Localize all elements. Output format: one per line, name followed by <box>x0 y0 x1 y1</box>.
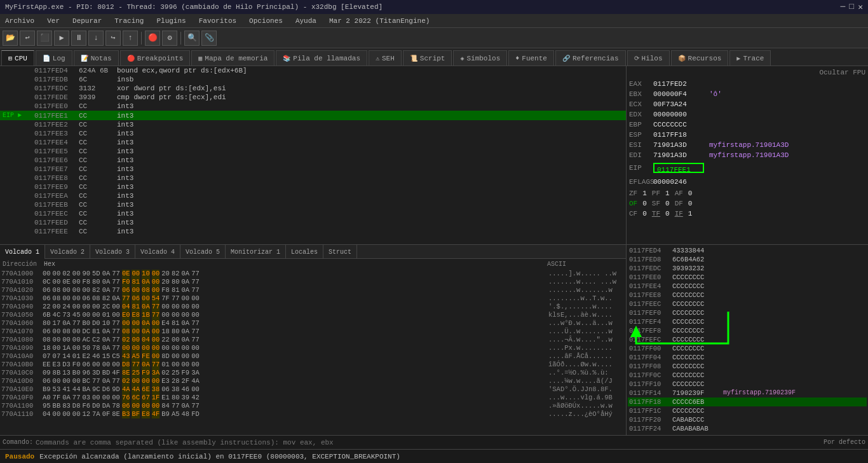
stack-row[interactable]: 0117FEF4 CCCCCCCC <box>628 317 867 326</box>
stack-row[interactable]: 0117FF08 CCCCCCCC <box>628 362 867 371</box>
dump-row[interactable]: 770A10F0 A07F0A7703000000766C671FE180394… <box>1 394 625 402</box>
stack-row[interactable]: 0117FEF8 CCCCCCCC <box>628 326 867 335</box>
dump-row[interactable]: 770A10D0 06000000BC770A7702000000E3282F4… <box>1 377 625 385</box>
stack-row[interactable]: 0117FF00 CCCCCCCC <box>628 344 867 353</box>
tab-pila-de-llamadas[interactable]: 📚Pila de llamadas <box>276 50 367 66</box>
stack-row[interactable]: 0117FF14 7190239F myfirstapp.7190239F <box>628 389 867 397</box>
disasm-row[interactable]: 0117FED4 624A 6B bound ecx,qword ptr ds:… <box>0 66 626 75</box>
stack-row[interactable]: 0117FF1C CCCCCCCC <box>628 406 867 415</box>
dump-row[interactable]: 770A1070 06000800DC810A7708000A0018800A7… <box>1 328 625 336</box>
stack-row[interactable]: 0117FF18 CCCCC6EB <box>628 397 867 406</box>
toolbar-btn-restart[interactable]: ↩ <box>20 31 35 46</box>
stack-row[interactable]: 0117FEEC CCCCCCCC <box>628 300 867 308</box>
tab-hilos[interactable]: ⟳Hilos <box>627 50 670 66</box>
toolbar-btn-close[interactable]: ⬛ <box>37 31 52 46</box>
dump-row[interactable]: 770A1000 00000200905D0A770E00100020820A7… <box>1 270 625 278</box>
disasm-row[interactable]: 0117FEE5 CC int3 <box>0 147 626 156</box>
dump-row[interactable]: 770A10E0 B9534144BA9CD69D4A4A6E380638460… <box>1 385 625 394</box>
tab-símbolos[interactable]: ◈Símbolos <box>453 50 507 66</box>
disasm-row[interactable]: 0117FEE2 CC int3 <box>0 120 626 129</box>
dump-row[interactable]: 770A1100 95BB83D8F6D0DA780600000084770A7… <box>1 402 625 410</box>
stack-row[interactable]: 0117FEE4 CCCCCCCC <box>628 282 867 291</box>
stack-row[interactable]: 0117FEE8 CCCCCCCC <box>628 291 867 300</box>
disasm-row[interactable]: 0117FEE8 CC int3 <box>0 174 626 183</box>
toolbar-btn-run[interactable]: ▶ <box>54 31 69 46</box>
disasm-row[interactable]: 0117FEED CC int3 <box>0 218 626 227</box>
tab-fuente[interactable]: ♦Fuente <box>508 50 554 66</box>
menu-item-opciones[interactable]: Opciones <box>247 16 285 26</box>
stack-row[interactable]: 0117FED8 6C6B4A62 <box>628 255 867 264</box>
stack-row[interactable]: 0117FF0C CCCCCCCC <box>628 371 867 380</box>
disasm-row[interactable]: 0117FEE4 CC int3 <box>0 138 626 147</box>
tab-cpu[interactable]: ⊞CPU <box>1 50 34 66</box>
dump-tab-locales[interactable]: Locales <box>286 245 323 259</box>
disasm-row[interactable]: 0117FEEC CC int3 <box>0 209 626 218</box>
stack-row[interactable]: 0117FEE0 CCCCCCCC <box>628 273 867 282</box>
tab-seh[interactable]: ⚠SEH <box>369 50 402 66</box>
stack-row[interactable]: 0117FF04 CCCCCCCC <box>628 353 867 362</box>
dump-tab-struct[interactable]: Struct <box>323 245 357 259</box>
tab-trace[interactable]: ▶Trace <box>729 50 771 66</box>
window-controls[interactable]: ─ □ ✕ <box>841 2 863 12</box>
stack-row[interactable]: 0117FF10 CCCCCCCC <box>628 380 867 389</box>
tab-script[interactable]: 📜Script <box>403 50 452 66</box>
disasm-row[interactable]: EIP ► 0117FEE1 CC int3 <box>0 111 626 120</box>
toolbar-btn-search[interactable]: 🔍 <box>184 31 200 46</box>
disasm-row[interactable]: 0117FEE7 CC int3 <box>0 165 626 174</box>
menu-item-favoritos[interactable]: Favoritos <box>196 16 239 26</box>
toolbar-btn-ref[interactable]: 📎 <box>201 31 217 46</box>
maximize-btn[interactable]: □ <box>849 2 854 12</box>
tab-recursos[interactable]: 📦Recursos <box>671 50 729 66</box>
stack-row[interactable]: 0117FF28 0000ABAB <box>628 433 867 435</box>
dump-tab-monitorizar-1[interactable]: Monitorizar 1 <box>226 245 286 259</box>
stack-row[interactable]: 0117FED4 43333844 <box>628 246 867 255</box>
dump-row[interactable]: 770A10B0 EEE3D3F006000000D8770A770100000… <box>1 361 625 369</box>
toolbar-btn-options[interactable]: ⚙ <box>162 31 177 46</box>
dump-row[interactable]: 770A1010 0C000E00F8800A77F0810A0020800A7… <box>1 278 625 286</box>
disasm-row[interactable]: 0117FEE6 CC int3 <box>0 156 626 165</box>
close-btn[interactable]: ✕ <box>858 2 863 12</box>
dump-tab-volcado-1[interactable]: Volcado 1 <box>0 245 45 259</box>
command-input[interactable] <box>36 439 821 446</box>
disasm-row[interactable]: 0117FEEB CC int3 <box>0 200 626 209</box>
dump-row[interactable]: 770A1060 80170A77B0D0107700000A00E4810A7… <box>1 319 625 328</box>
disasm-row[interactable]: 0117FEEE CC int3 <box>0 227 626 236</box>
menu-item-archivo[interactable]: Archivo <box>3 16 37 26</box>
tab-referencias[interactable]: 🔗Referencias <box>555 50 626 66</box>
tab-notas[interactable]: 📝Notas <box>74 50 119 66</box>
menu-item-ver[interactable]: Ver <box>44 16 62 26</box>
dump-row[interactable]: 770A10A0 07071401E24615C543A5FE008D00000… <box>1 352 625 361</box>
stack-row[interactable]: 0117FEF0 CCCCCCCC <box>628 308 867 317</box>
tab-mapa-de-memoria[interactable]: ▦Mapa de memoria <box>191 50 275 66</box>
menu-item-ayuda[interactable]: Ayuda <box>293 16 319 26</box>
toolbar-btn-open[interactable]: 📂 <box>3 31 18 46</box>
disasm-row[interactable]: 0117FEDC 3132 xor dword ptr ds:[edx],esi <box>0 84 626 93</box>
toolbar-btn-pause[interactable]: ⏸ <box>71 31 86 46</box>
dump-row[interactable]: 770A1110 04000000127A0F8EB3BFE84FB9A548F… <box>1 410 625 418</box>
stack-row[interactable]: 0117FF24 CABABABAB <box>628 424 867 433</box>
hide-fpu-button[interactable]: Ocultar FPU <box>819 69 865 76</box>
disasm-row[interactable]: 0117FEDE 3939 cmp dword ptr ds:[ecx],edi <box>0 93 626 102</box>
dump-row[interactable]: 770A10C0 098B13B0963DBD4F8E25F93A0225F93… <box>1 369 625 377</box>
disasm-row[interactable]: 0117FEE9 CC int3 <box>0 183 626 191</box>
stack-row[interactable]: 0117FEDC 39393232 <box>628 264 867 273</box>
dump-row[interactable]: 770A1080 08000000ACC20A770200040022000A7… <box>1 336 625 344</box>
dump-row[interactable]: 770A1090 18001A0050780A77000000000000000… <box>1 344 625 352</box>
disasm-row[interactable]: 0117FEEA CC int3 <box>0 191 626 200</box>
toolbar-btn-stepout[interactable]: ↑ <box>123 31 138 46</box>
toolbar-btn-stepinto[interactable]: ↓ <box>88 31 104 46</box>
dump-row[interactable]: 770A1040 2200240000002C0004810A770000000… <box>1 303 625 311</box>
minimize-btn[interactable]: ─ <box>841 2 846 12</box>
tab-log[interactable]: 📄Log <box>36 50 72 66</box>
stack-row[interactable]: 0117FEFC CCCCCCCC <box>628 335 867 344</box>
dump-tab-volcado-5[interactable]: Volcado 5 <box>180 245 226 259</box>
dump-tab-volcado-4[interactable]: Volcado 4 <box>135 245 180 259</box>
disasm-row[interactable]: 0117FEE0 CC int3 <box>0 102 626 111</box>
dump-tab-volcado-3[interactable]: Volcado 3 <box>90 245 135 259</box>
toolbar-btn-bp[interactable]: 🔴 <box>145 31 160 46</box>
menu-item-mar 2 2022 (titanengine)[interactable]: Mar 2 2022 (TitanEngine) <box>327 16 432 26</box>
stack-row[interactable]: 0117FF20 CABABCCC <box>628 415 867 424</box>
toolbar-btn-stepover[interactable]: ↪ <box>105 31 121 46</box>
tab-breakpoints[interactable]: 🔴Breakpoints <box>120 50 191 66</box>
menu-item-tracing[interactable]: Tracing <box>112 16 146 26</box>
